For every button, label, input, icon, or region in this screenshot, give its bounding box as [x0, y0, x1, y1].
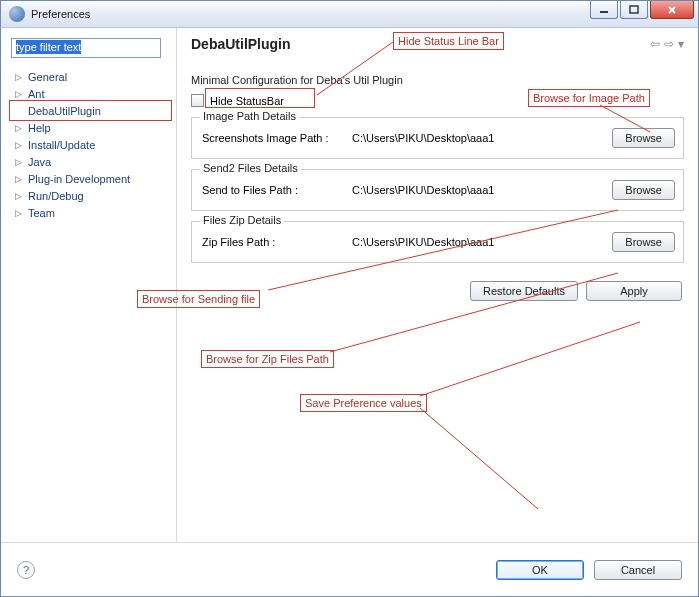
minimize-button[interactable]	[590, 1, 618, 19]
svg-rect-1	[630, 6, 638, 13]
send-files-group: Send2 Files Details Send to Files Path :…	[191, 169, 684, 211]
close-button[interactable]	[650, 1, 694, 19]
hide-statusbar-label: Hide StatusBar	[210, 95, 284, 107]
send-files-legend: Send2 Files Details	[200, 162, 301, 174]
filter-input[interactable]: type filter text	[11, 38, 161, 58]
image-path-group: Image Path Details Screenshots Image Pat…	[191, 117, 684, 159]
page-subtitle: Minimal Configuration for Deba's Util Pl…	[191, 74, 684, 86]
back-icon[interactable]: ⇦	[650, 37, 660, 51]
help-icon[interactable]: ?	[17, 561, 35, 579]
tree-item-install-update[interactable]: ▷Install/Update	[11, 136, 170, 153]
zip-files-legend: Files Zip Details	[200, 214, 284, 226]
send-path-label: Send to Files Path :	[202, 184, 342, 196]
content-pane: DebaUtilPlugin ⇦ ⇨ ▾ Minimal Configurati…	[177, 28, 698, 542]
hide-statusbar-checkbox[interactable]	[191, 94, 204, 107]
tree-item-help[interactable]: ▷Help	[11, 119, 170, 136]
restore-defaults-button[interactable]: Restore Defaults	[470, 281, 578, 301]
forward-icon[interactable]: ⇨	[664, 37, 674, 51]
maximize-button[interactable]	[620, 1, 648, 19]
window-titlebar: Preferences	[0, 0, 699, 28]
image-path-legend: Image Path Details	[200, 110, 299, 122]
dialog-button-bar: ? OK Cancel	[1, 542, 698, 596]
preference-tree: ▷General ▷Ant DebaUtilPlugin ▷Help ▷Inst…	[11, 68, 170, 221]
menu-icon[interactable]: ▾	[678, 37, 684, 51]
browse-zip-button[interactable]: Browse	[612, 232, 675, 252]
tree-item-run-debug[interactable]: ▷Run/Debug	[11, 187, 170, 204]
screenshots-path-label: Screenshots Image Path :	[202, 132, 342, 144]
tree-item-debautilplugin[interactable]: DebaUtilPlugin	[11, 102, 170, 119]
tree-item-general[interactable]: ▷General	[11, 68, 170, 85]
tree-item-java[interactable]: ▷Java	[11, 153, 170, 170]
screenshots-path-value: C:\Users\PIKU\Desktop\aaa1	[352, 132, 602, 144]
ok-button[interactable]: OK	[496, 560, 584, 580]
tree-pane: type filter text ▷General ▷Ant DebaUtilP…	[1, 28, 177, 542]
zip-files-group: Files Zip Details Zip Files Path : C:\Us…	[191, 221, 684, 263]
tree-item-ant[interactable]: ▷Ant	[11, 85, 170, 102]
apply-button[interactable]: Apply	[586, 281, 682, 301]
zip-path-label: Zip Files Path :	[202, 236, 342, 248]
browse-send-button[interactable]: Browse	[612, 180, 675, 200]
page-heading: DebaUtilPlugin	[191, 36, 291, 52]
window-title: Preferences	[31, 8, 90, 20]
send-path-value: C:\Users\PIKU\Desktop\aaa1	[352, 184, 602, 196]
browse-image-button[interactable]: Browse	[612, 128, 675, 148]
cancel-button[interactable]: Cancel	[594, 560, 682, 580]
app-icon	[9, 6, 25, 22]
tree-item-plugin-dev[interactable]: ▷Plug-in Development	[11, 170, 170, 187]
zip-path-value: C:\Users\PIKU\Desktop\aaa1	[352, 236, 602, 248]
tree-item-team[interactable]: ▷Team	[11, 204, 170, 221]
